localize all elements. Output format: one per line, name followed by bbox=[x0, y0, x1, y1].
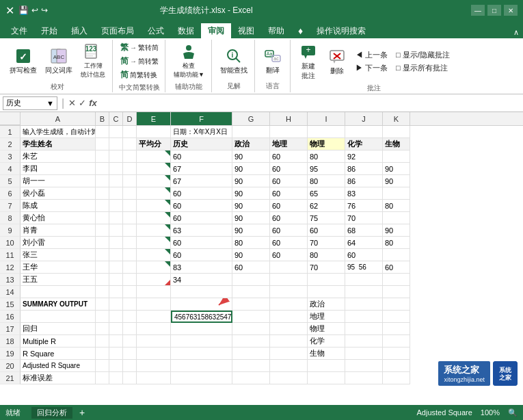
cell-a4[interactable]: 李四 bbox=[21, 163, 96, 175]
cell-k14[interactable] bbox=[383, 286, 410, 298]
cell-e4[interactable] bbox=[137, 163, 171, 175]
cell-b6[interactable] bbox=[96, 187, 109, 200]
cell-g1[interactable] bbox=[232, 126, 270, 138]
simp-to-trad-button[interactable]: 简 → 简转繁 bbox=[118, 55, 161, 68]
cell-a12[interactable]: 王华 bbox=[21, 261, 96, 274]
row-header-10[interactable]: 10 bbox=[0, 237, 21, 249]
cell-d15[interactable] bbox=[123, 298, 137, 311]
show-hide-comment-button[interactable]: □ 显示/隐藏批注 bbox=[394, 49, 452, 61]
cell-j3[interactable]: 92 bbox=[345, 150, 383, 163]
cell-k1[interactable] bbox=[383, 126, 410, 138]
cell-e15[interactable] bbox=[137, 298, 171, 311]
cell-b20[interactable] bbox=[96, 360, 109, 372]
cell-a10[interactable]: 刘小雷 bbox=[21, 237, 96, 249]
cell-b19[interactable] bbox=[96, 347, 109, 360]
cell-k2[interactable]: 生物 bbox=[383, 138, 410, 150]
cell-g3[interactable]: 90 bbox=[232, 150, 270, 163]
cell-f15[interactable] bbox=[171, 298, 232, 311]
cell-b9[interactable] bbox=[96, 224, 109, 237]
col-header-g[interactable]: G bbox=[232, 112, 270, 125]
cell-f21[interactable] bbox=[171, 372, 232, 384]
tab-data[interactable]: 数据 bbox=[171, 23, 201, 38]
cell-f2[interactable]: 历史 bbox=[171, 138, 232, 150]
cell-i12[interactable]: 70 bbox=[308, 261, 345, 274]
cell-j13[interactable] bbox=[345, 274, 383, 286]
cell-k17[interactable] bbox=[383, 323, 410, 335]
col-header-c[interactable]: C bbox=[109, 112, 123, 125]
cell-h5[interactable]: 60 bbox=[270, 175, 308, 187]
cell-g10[interactable]: 80 bbox=[232, 237, 270, 249]
cell-g4[interactable]: 90 bbox=[232, 163, 270, 175]
row-header-20[interactable]: 20 bbox=[0, 360, 21, 372]
spellcheck-button[interactable]: ✓ 拼写检查 bbox=[7, 45, 40, 77]
confirm-formula-icon[interactable]: ✓ bbox=[79, 98, 86, 108]
cell-k4[interactable]: 90 bbox=[383, 163, 410, 175]
cell-b17[interactable] bbox=[96, 323, 109, 335]
tab-view[interactable]: 视图 bbox=[231, 23, 261, 38]
cell-h7[interactable]: 60 bbox=[270, 200, 308, 212]
cell-i20[interactable] bbox=[308, 360, 345, 372]
cell-j11[interactable]: 60 bbox=[345, 249, 383, 261]
cell-c21[interactable] bbox=[109, 372, 123, 384]
cell-g12[interactable]: 60 bbox=[232, 261, 270, 274]
cell-g21[interactable] bbox=[232, 372, 270, 384]
next-comment-button[interactable]: ▶ 下一条 bbox=[353, 62, 390, 74]
cell-f13[interactable]: 34 bbox=[171, 274, 232, 286]
tab-search[interactable]: 操作说明搜索 bbox=[310, 23, 373, 38]
col-header-b[interactable]: B bbox=[96, 112, 109, 125]
cell-h1[interactable] bbox=[270, 126, 308, 138]
cell-a15[interactable]: SUMMARY OUTPUT bbox=[21, 298, 96, 311]
cell-i6[interactable]: 65 bbox=[308, 187, 345, 200]
cell-e20[interactable] bbox=[137, 360, 171, 372]
cell-a9[interactable]: 肖青 bbox=[21, 224, 96, 237]
tab-review[interactable]: 审阅 bbox=[201, 23, 231, 38]
cell-e9[interactable] bbox=[137, 224, 171, 237]
tab-home[interactable]: 开始 bbox=[34, 23, 64, 38]
cell-k6[interactable] bbox=[383, 187, 410, 200]
cell-k18[interactable] bbox=[383, 335, 410, 347]
translate-button[interactable]: Aa ac 翻译 bbox=[260, 45, 285, 77]
cell-a7[interactable]: 陈成 bbox=[21, 200, 96, 212]
cell-a3[interactable]: 朱艺 bbox=[21, 150, 96, 163]
cell-k13[interactable] bbox=[383, 274, 410, 286]
cell-j5[interactable]: 86 bbox=[345, 175, 383, 187]
cell-i13[interactable] bbox=[308, 274, 345, 286]
row-header-14[interactable]: 14 bbox=[0, 286, 21, 298]
cell-d14[interactable] bbox=[123, 286, 137, 298]
cell-k7[interactable]: 80 bbox=[383, 200, 410, 212]
cell-d13[interactable] bbox=[123, 274, 137, 286]
cell-h6[interactable]: 60 bbox=[270, 187, 308, 200]
cell-c5[interactable] bbox=[109, 175, 123, 187]
cell-j12[interactable]: 95 56 bbox=[345, 261, 383, 274]
cell-b11[interactable] bbox=[96, 249, 109, 261]
row-header-11[interactable]: 11 bbox=[0, 249, 21, 261]
row-header-19[interactable]: 19 bbox=[0, 347, 21, 360]
cell-g13[interactable] bbox=[232, 274, 270, 286]
cell-j1[interactable] bbox=[345, 126, 383, 138]
cell-a17[interactable]: 回归 bbox=[21, 323, 96, 335]
cell-d21[interactable] bbox=[123, 372, 137, 384]
tab-formula[interactable]: 公式 bbox=[141, 23, 171, 38]
cell-g9[interactable]: 90 bbox=[232, 224, 270, 237]
cell-j9[interactable]: 68 bbox=[345, 224, 383, 237]
cell-d8[interactable] bbox=[123, 212, 137, 224]
cell-g19[interactable] bbox=[232, 347, 270, 360]
cell-c1[interactable] bbox=[109, 126, 123, 138]
cell-a2[interactable]: 学生姓名 bbox=[21, 138, 96, 150]
minimize-ribbon-icon[interactable]: ∧ bbox=[513, 28, 519, 37]
cell-g18[interactable] bbox=[232, 335, 270, 347]
insert-function-icon[interactable]: fx bbox=[89, 98, 97, 108]
cell-f10[interactable]: 60 bbox=[171, 237, 232, 249]
cell-c15[interactable] bbox=[109, 298, 123, 311]
cell-d4[interactable] bbox=[123, 163, 137, 175]
cell-d16[interactable] bbox=[123, 311, 137, 323]
cell-c6[interactable] bbox=[109, 187, 123, 200]
col-header-e[interactable]: E bbox=[137, 112, 171, 125]
cell-f8[interactable]: 60 bbox=[171, 212, 232, 224]
cell-h13[interactable] bbox=[270, 274, 308, 286]
cell-a14[interactable] bbox=[21, 286, 96, 298]
cell-b12[interactable] bbox=[96, 261, 109, 274]
cell-f9[interactable]: 63 bbox=[171, 224, 232, 237]
row-header-13[interactable]: 13 bbox=[0, 274, 21, 286]
cell-d18[interactable] bbox=[123, 335, 137, 347]
